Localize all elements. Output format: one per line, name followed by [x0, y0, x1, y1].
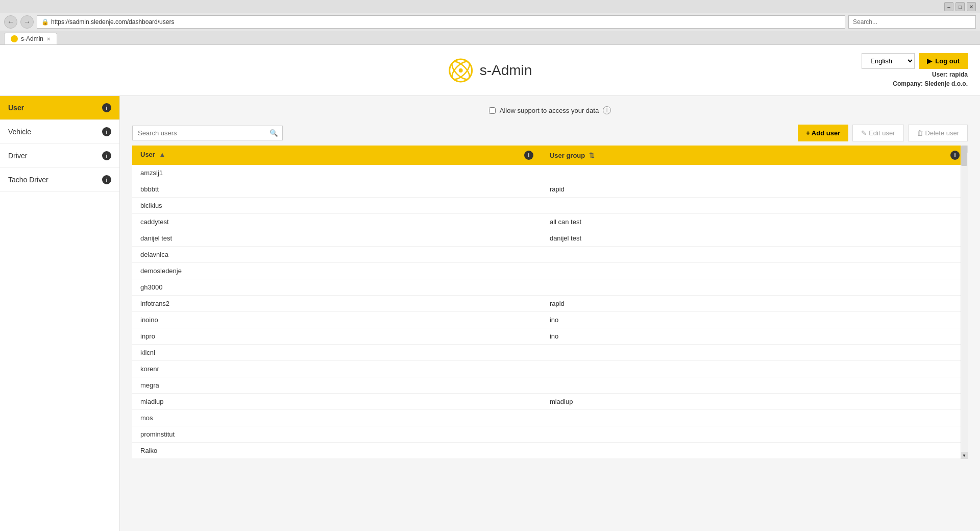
- table-row[interactable]: Raiko: [132, 443, 968, 459]
- support-info-icon[interactable]: i: [603, 106, 611, 114]
- sidebar-item-vehicle-label: Vehicle: [8, 128, 31, 136]
- col-header-group[interactable]: User group ⇅: [542, 146, 942, 165]
- user-cell: infotrans2: [132, 296, 542, 312]
- user-label: User:: [932, 71, 948, 78]
- table-row[interactable]: klicni: [132, 345, 968, 361]
- close-button[interactable]: ✕: [967, 2, 976, 11]
- sidebar-tacho-info-icon[interactable]: i: [102, 175, 111, 184]
- user-cell: korenr: [132, 361, 542, 377]
- header-right: English Slovenian ▶ Log out User: rapida…: [862, 53, 968, 87]
- url-bar[interactable]: 🔒 https://sadmin.sledenje.com/dashboard/…: [37, 15, 845, 29]
- tab-close-button[interactable]: ✕: [46, 36, 51, 42]
- user-value: rapida: [949, 71, 968, 78]
- support-access-checkbox[interactable]: [489, 107, 496, 114]
- address-bar: ← → 🔒 https://sadmin.sledenje.com/dashbo…: [0, 13, 980, 31]
- company-label: Company:: [893, 80, 923, 87]
- tab-label: s-Admin: [21, 35, 43, 42]
- browser-chrome: – □ ✕ ← → 🔒 https://sadmin.sledenje.com/…: [0, 0, 980, 45]
- table-row[interactable]: prominstitut: [132, 426, 968, 443]
- delete-user-button[interactable]: 🗑 Delete user: [908, 125, 968, 141]
- logo-area: s-Admin: [448, 58, 532, 83]
- maximize-button[interactable]: □: [955, 2, 965, 11]
- table-row[interactable]: inoino ino: [132, 312, 968, 328]
- table-row[interactable]: mladiup mladiup: [132, 394, 968, 410]
- sidebar: User i Vehicle i Driver i Tacho Driver i: [0, 96, 120, 531]
- sidebar-item-tacho-driver[interactable]: Tacho Driver i: [0, 168, 119, 192]
- group-cell: [542, 361, 942, 377]
- scrollbar-track[interactable]: ▲ ▼: [961, 146, 968, 459]
- support-access-label: Allow support to access your data: [500, 107, 599, 114]
- scroll-down-button[interactable]: ▼: [961, 452, 968, 459]
- table-row[interactable]: caddytest all can test: [132, 214, 968, 230]
- lock-icon: 🔒: [41, 18, 49, 26]
- search-users-input[interactable]: [133, 126, 265, 140]
- search-icon: 🔍: [270, 129, 278, 137]
- group-cell: danijel test: [542, 230, 942, 247]
- group-cell: mladiup: [542, 394, 942, 410]
- browser-tab[interactable]: s-Admin ✕: [4, 33, 57, 44]
- user-cell: amzslj1: [132, 165, 542, 181]
- group-cell: [542, 345, 942, 361]
- table-row[interactable]: mos: [132, 410, 968, 426]
- group-cell: rapid: [542, 181, 942, 198]
- edit-user-button[interactable]: ✎ Edit user: [852, 125, 903, 141]
- title-bar-buttons[interactable]: – □ ✕: [944, 2, 976, 11]
- user-cell: inoino: [132, 312, 542, 328]
- sidebar-user-info-icon[interactable]: i: [102, 103, 111, 112]
- minimize-button[interactable]: –: [944, 2, 953, 11]
- col-header-user[interactable]: User ▲ i: [132, 146, 542, 165]
- user-cell: demosledenje: [132, 263, 542, 279]
- users-table: User ▲ i User group ⇅ i: [132, 146, 968, 459]
- logout-icon: ▶: [927, 57, 932, 65]
- col-info-icon[interactable]: i: [950, 151, 960, 160]
- search-wrapper: 🔍: [132, 126, 283, 140]
- sidebar-item-user[interactable]: User i: [0, 96, 119, 120]
- lang-logout-area: English Slovenian ▶ Log out: [862, 53, 968, 69]
- back-button[interactable]: ←: [4, 15, 17, 29]
- sidebar-item-tacho-label: Tacho Driver: [8, 176, 48, 184]
- browser-search-input[interactable]: [848, 15, 976, 29]
- sidebar-item-user-label: User: [8, 104, 24, 112]
- user-info: User: rapida: [932, 71, 968, 78]
- company-value: Sledenje d.o.o.: [924, 80, 968, 87]
- delete-icon: 🗑: [917, 129, 923, 137]
- group-cell: [542, 247, 942, 263]
- table-row[interactable]: gh3000: [132, 279, 968, 296]
- language-select[interactable]: English Slovenian: [862, 53, 915, 69]
- sidebar-item-driver-label: Driver: [8, 152, 27, 160]
- sidebar-vehicle-info-icon[interactable]: i: [102, 127, 111, 136]
- add-user-button[interactable]: + Add user: [798, 125, 848, 141]
- title-bar: – □ ✕: [0, 0, 980, 13]
- group-cell: [542, 165, 942, 181]
- table-row[interactable]: korenr: [132, 361, 968, 377]
- logout-label: Log out: [935, 57, 960, 65]
- table-row[interactable]: bbbbtt rapid: [132, 181, 968, 198]
- table-row[interactable]: biciklus: [132, 198, 968, 214]
- user-cell: mos: [132, 410, 542, 426]
- sidebar-item-vehicle[interactable]: Vehicle i: [0, 120, 119, 144]
- table-row[interactable]: demosledenje: [132, 263, 968, 279]
- table-wrapper: User ▲ i User group ⇅ i: [132, 146, 968, 459]
- sidebar-item-driver[interactable]: Driver i: [0, 144, 119, 168]
- group-cell: [542, 410, 942, 426]
- logout-button[interactable]: ▶ Log out: [919, 53, 968, 69]
- forward-button[interactable]: →: [20, 15, 34, 29]
- table-row[interactable]: delavnica: [132, 247, 968, 263]
- col-user-info-icon[interactable]: i: [524, 151, 533, 160]
- delete-user-label: Delete user: [925, 129, 959, 137]
- user-cell: megra: [132, 377, 542, 394]
- scroll-thumb[interactable]: [961, 146, 967, 166]
- table-row[interactable]: amzslj1: [132, 165, 968, 181]
- table-row[interactable]: inpro ino: [132, 328, 968, 345]
- table-row[interactable]: infotrans2 rapid: [132, 296, 968, 312]
- user-cell: Raiko: [132, 443, 542, 459]
- search-button[interactable]: 🔍: [265, 126, 282, 140]
- group-cell: [542, 279, 942, 296]
- table-row[interactable]: megra: [132, 377, 968, 394]
- user-cell: caddytest: [132, 214, 542, 230]
- col-group-label: User group: [550, 152, 585, 159]
- sidebar-driver-info-icon[interactable]: i: [102, 151, 111, 160]
- user-cell: biciklus: [132, 198, 542, 214]
- user-sort-icon: ▲: [159, 151, 166, 158]
- table-row[interactable]: danijel test danijel test: [132, 230, 968, 247]
